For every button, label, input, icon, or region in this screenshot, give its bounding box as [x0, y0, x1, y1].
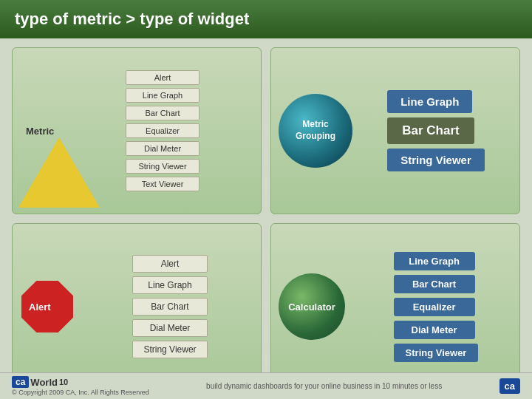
header: type of metric > type of widget — [0, 0, 532, 38]
card-bottom-left: Alert Alert Line Graph Bar Chart Dial Me… — [12, 223, 262, 390]
menu-item-bar-chart[interactable]: Bar Chart — [126, 106, 200, 120]
bottom-left-menu: Alert Line Graph Bar Chart Dial Meter St… — [132, 255, 207, 358]
footer: ca World 10 © Copyright 2009 CA, Inc. Al… — [0, 372, 532, 399]
tagline: build dynamic dashboards for your online… — [206, 382, 442, 390]
ca-logo: ca World 10 — [12, 376, 149, 388]
bl-dial-meter[interactable]: Dial Meter — [132, 319, 207, 337]
bl-line-graph[interactable]: Line Graph — [132, 276, 207, 294]
calculator-label: Calculator — [282, 301, 341, 313]
copyright-text: © Copyright 2009 CA, Inc. All Rights Res… — [12, 389, 149, 396]
world-text: World — [30, 377, 58, 388]
bl-alert[interactable]: Alert — [132, 255, 207, 273]
page-title: type of metric > type of widget — [15, 10, 249, 29]
triangle-icon — [18, 137, 100, 208]
bl-bar-chart[interactable]: Bar Chart — [132, 298, 207, 316]
menu-item-equalizer[interactable]: Equalizer — [126, 123, 200, 138]
card-bottom-right: Calculator Line Graph Bar Chart Equalize… — [270, 223, 520, 390]
bl-string-viewer[interactable]: String Viewer — [132, 341, 207, 358]
main-content: Metric Alert Line Graph Bar Chart Equali… — [0, 38, 532, 399]
br-line-graph[interactable]: Line Graph — [394, 252, 475, 270]
br-dial-meter[interactable]: Dial Meter — [394, 321, 475, 339]
ca-right-logo: ca — [499, 378, 520, 394]
menu-item-line-graph[interactable]: Line Graph — [126, 88, 200, 103]
line-graph-label[interactable]: Line Graph — [387, 90, 472, 113]
top-left-menu: Alert Line Graph Bar Chart Equalizer Dia… — [126, 70, 200, 191]
card-top-left: Metric Alert Line Graph Bar Chart Equali… — [12, 47, 262, 214]
card-top-right: MetricGrouping Line Graph Bar Chart Stri… — [270, 47, 520, 214]
top-right-content: Line Graph Bar Chart String Viewer — [387, 90, 485, 171]
bar-chart-label[interactable]: Bar Chart — [387, 117, 474, 144]
ca-logo-text: ca — [12, 376, 29, 388]
menu-item-text-viewer[interactable]: Text Viewer — [126, 177, 200, 191]
grouping-label: MetricGrouping — [282, 119, 349, 142]
string-viewer-label[interactable]: String Viewer — [387, 149, 485, 171]
menu-item-dial-meter[interactable]: Dial Meter — [126, 141, 200, 156]
year-text: 10 — [59, 378, 68, 386]
br-equalizer[interactable]: Equalizer — [394, 298, 475, 316]
metric-label: Metric — [26, 126, 54, 137]
menu-item-string-viewer[interactable]: String Viewer — [126, 159, 200, 174]
br-bar-chart[interactable]: Bar Chart — [394, 275, 475, 293]
bottom-right-content: Line Graph Bar Chart Equalizer Dial Mete… — [394, 252, 479, 362]
br-string-viewer[interactable]: String Viewer — [394, 344, 479, 362]
alert-label: Alert — [29, 301, 51, 313]
menu-item-alert[interactable]: Alert — [126, 70, 200, 85]
